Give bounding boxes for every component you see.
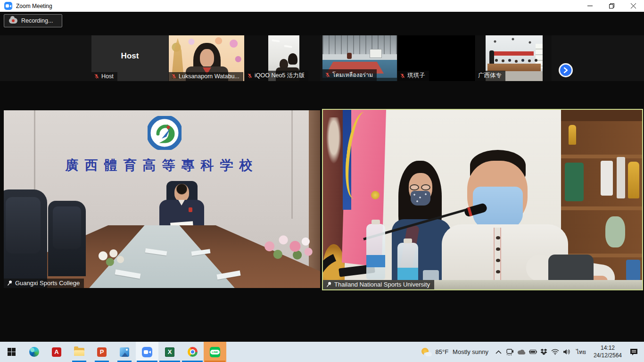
speaker-head (174, 184, 189, 201)
zoom-app-icon (4, 2, 12, 10)
zoom-tray-icon[interactable] (504, 342, 516, 362)
adobe-reader-icon: A (52, 347, 61, 357)
weather-condition: Mostly sunny (453, 348, 488, 355)
file-explorer-icon (74, 348, 84, 356)
pin-icon (326, 281, 332, 288)
participant-tile-dome[interactable]: โดมเหลืองอร่าม (322, 35, 397, 81)
participant-name-tag: 广西体专 (476, 71, 505, 81)
main-video-thailand[interactable]: Thailand National Sports University (322, 109, 643, 290)
muted-mic-icon (400, 73, 405, 79)
wall-calligraphy-banner: 廣西體育高等專科学校 (4, 156, 320, 174)
white-column-trophy (617, 157, 625, 198)
recording-cloud-icon (9, 18, 17, 24)
title-bar: Zoom Meeting (0, 0, 644, 12)
taskbar-edge-button[interactable] (23, 342, 45, 362)
powerpoint-icon: P (97, 347, 107, 357)
clock-time: 14:12 (594, 345, 622, 352)
close-button[interactable] (622, 0, 644, 12)
dropbox-icon[interactable] (538, 342, 550, 362)
muted-mic-icon (247, 73, 253, 79)
host-center-name: Host (91, 51, 168, 61)
zoom-icon (142, 347, 152, 357)
wifi-icon[interactable] (550, 342, 561, 362)
main-video-guangxi[interactable]: 廣西體育高等專科学校 Guangxi Sports College (4, 110, 320, 288)
window-controls (579, 0, 644, 12)
participant-name-tag: 琪琪子 (397, 71, 429, 81)
taskbar-adobe-reader-button[interactable]: A (45, 342, 68, 362)
restore-button[interactable] (601, 0, 622, 12)
taskbar-chrome-button[interactable] (181, 342, 204, 362)
taskbar-powerpoint-button[interactable]: P (91, 342, 113, 362)
taskbar-weather-widget[interactable]: 85°F Mostly sunny (417, 348, 493, 356)
battery-icon[interactable] (527, 342, 538, 362)
recording-label: Recording... (21, 17, 53, 24)
photos-icon (120, 347, 129, 357)
muted-mic-icon (94, 74, 99, 79)
muted-mic-icon (325, 72, 330, 78)
guangxi-college-logo (148, 116, 182, 150)
windows-logo-icon (8, 348, 16, 356)
participant-tile-guangxi-tizhuan[interactable]: 广西体专 (476, 35, 552, 81)
gold-trophy (569, 125, 576, 145)
green-plaque (565, 163, 584, 201)
system-tray: 85°F Mostly sunny (417, 342, 644, 362)
window-title: Zoom Meeting (16, 3, 52, 9)
weather-temp: 85°F (435, 348, 448, 355)
pin-icon (7, 280, 13, 286)
onedrive-icon[interactable] (516, 342, 527, 362)
gold-cup (628, 162, 639, 198)
participant-tile-iqoo[interactable]: iQOO Neo5 活力版 (245, 35, 320, 81)
participant-name-tag: โดมเหลืองอร่าม (322, 69, 377, 81)
water-bottle (366, 224, 385, 280)
hidden-icons-chevron[interactable] (493, 342, 504, 362)
start-button[interactable] (0, 342, 23, 362)
chrome-icon (188, 347, 198, 357)
language-indicator[interactable]: ไทย (572, 347, 590, 356)
taskbar-line-button[interactable]: LINE (204, 342, 226, 362)
taskbar-file-explorer-button[interactable] (68, 342, 91, 362)
clock-date: 24/12/2564 (594, 352, 622, 360)
taskbar-apps: A P X LINE (0, 342, 226, 362)
video-name-tag: Thailand National Sports University (323, 280, 434, 289)
blue-award (626, 260, 640, 280)
windows-taskbar: A P X LINE 85°F Mostly sunny (0, 342, 644, 362)
mostly-sunny-icon (421, 348, 432, 356)
taskbar-excel-button[interactable]: X (158, 342, 181, 362)
participant-name-tag: iQOO Neo5 活力版 (245, 71, 308, 81)
white-flowers (94, 246, 129, 271)
action-center-icon[interactable] (626, 342, 642, 362)
meeting-content: Recording... Host Host Luksanaporn Watab… (0, 12, 644, 342)
recording-indicator[interactable]: Recording... (4, 14, 62, 27)
leather-chair (4, 189, 47, 288)
video-name-tag: Guangxi Sports College (4, 279, 84, 288)
white-figurine (601, 161, 613, 196)
excel-icon: X (165, 347, 174, 357)
taskbar-zoom-button[interactable] (136, 342, 158, 362)
taskbar-clock[interactable]: 14:12 24/12/2564 (590, 345, 626, 359)
woman-face-mask (411, 191, 430, 206)
participant-filmstrip: Host Host Luksanaporn Watabu... (0, 35, 644, 81)
participant-name-tag: Luksanaporn Watabu... (169, 72, 243, 81)
line-icon: LINE (210, 347, 220, 357)
minimize-button[interactable] (579, 0, 601, 12)
participant-tile-qiqizi[interactable]: 琪琪子 (397, 35, 475, 81)
participant-name-tag: Host (91, 72, 117, 81)
chevron-right-icon (562, 67, 569, 74)
participant-tile-luksanaporn[interactable]: Luksanaporn Watabu... (169, 35, 244, 81)
jade-statue (605, 216, 625, 247)
edge-icon (29, 347, 39, 357)
next-participants-button[interactable] (559, 63, 573, 77)
muted-mic-icon (171, 74, 177, 79)
participant-tile-host[interactable]: Host Host (91, 35, 168, 81)
flower-bouquet (258, 232, 314, 264)
volume-icon[interactable] (561, 342, 572, 362)
leather-chair (48, 201, 86, 276)
taskbar-photos-button[interactable] (113, 342, 136, 362)
